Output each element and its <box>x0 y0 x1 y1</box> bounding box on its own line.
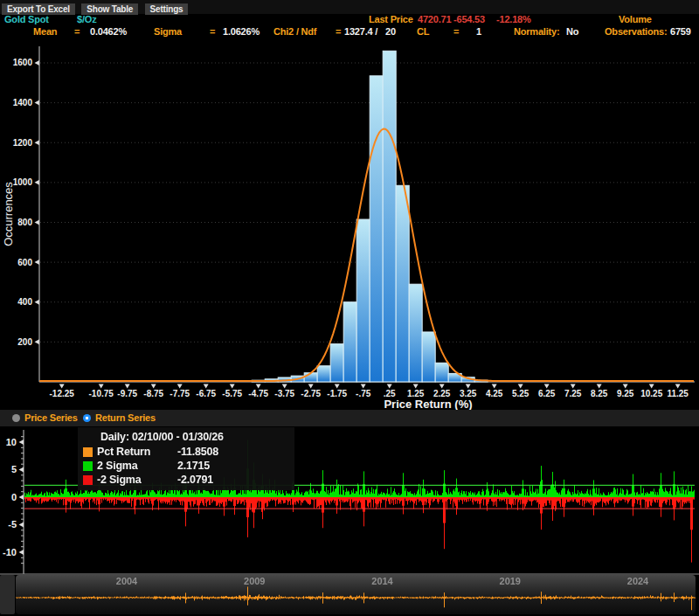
svg-text:Price Return (%): Price Return (%) <box>384 398 472 410</box>
svg-text:800: 800 <box>17 218 32 227</box>
cl-label: CL <box>417 26 429 37</box>
header-row-stats: Mean = 0.0462% Sigma = 1.0626% Chi2 / Nd… <box>0 26 699 38</box>
sigma-label: Sigma <box>154 26 182 37</box>
legend-date-range: Daily: 02/10/00 - 01/30/26 <box>83 430 289 445</box>
two-sigma-swatch-icon <box>83 461 93 471</box>
price-series-label[interactable]: Price Series <box>24 412 78 423</box>
navigator-strip[interactable]: 20042009201420192024 <box>16 575 696 614</box>
svg-text:0: 0 <box>11 492 17 502</box>
svg-text:-10.75: -10.75 <box>89 389 114 398</box>
toolbar: Export To Excel Show Table Settings <box>0 0 699 14</box>
svg-text:-6.75: -6.75 <box>196 389 216 398</box>
cl-equals: = <box>453 26 459 37</box>
ndf-value: 20 <box>385 26 396 37</box>
svg-text:1400: 1400 <box>13 98 33 107</box>
mean-label: Mean <box>33 26 57 37</box>
svg-text:600: 600 <box>17 258 32 267</box>
series-selector-bar: Price Series Return Series <box>0 410 699 426</box>
svg-text:5.25: 5.25 <box>512 389 529 398</box>
svg-text:-10: -10 <box>3 547 17 557</box>
hra-screen: Export To Excel Show Table Settings Gold… <box>0 0 699 616</box>
svg-text:-1.75: -1.75 <box>327 389 347 398</box>
histogram-chart: 2004006008001000120014001600-12.25-10.75… <box>0 39 699 410</box>
svg-text:-5.75: -5.75 <box>222 389 242 398</box>
normality-value: No <box>566 26 578 37</box>
svg-text:1000: 1000 <box>13 177 33 187</box>
svg-text:4.25: 4.25 <box>486 389 503 398</box>
price-series-radio[interactable] <box>12 414 20 422</box>
pct-return-swatch-icon <box>83 447 93 457</box>
svg-text:-8.75: -8.75 <box>143 389 163 398</box>
svg-text:400: 400 <box>17 297 32 307</box>
svg-text:-4.75: -4.75 <box>248 389 268 398</box>
security-name: Gold Spot <box>4 14 49 24</box>
chi2-equals: = <box>336 26 341 37</box>
svg-text:-2.75: -2.75 <box>301 389 321 398</box>
mean-equals: = <box>74 26 80 37</box>
legend-pct-return-row: Pct Return -11.8508 <box>83 445 289 459</box>
svg-text:1600: 1600 <box>13 58 33 67</box>
chart-legend: Daily: 02/10/00 - 01/30/26 Pct Return -1… <box>78 427 294 490</box>
price-change-value: -654.53 <box>453 14 485 24</box>
last-price-value: 4720.71 <box>418 14 451 24</box>
legend-neg2sigma-row: -2 Sigma -2.0791 <box>83 473 289 487</box>
observations-value: 6759 <box>670 26 691 37</box>
price-pct-change-value: -12.18% <box>496 14 531 24</box>
svg-text:-3.75: -3.75 <box>274 389 294 398</box>
svg-text:1200: 1200 <box>13 138 33 148</box>
nav-year-label: 2004 <box>116 576 137 586</box>
nav-year-label: 2009 <box>244 576 265 586</box>
normality-label: Normality: <box>514 26 559 37</box>
last-price-label: Last Price <box>369 14 413 24</box>
svg-text:5: 5 <box>11 464 17 474</box>
svg-text:11.25: 11.25 <box>667 389 689 398</box>
svg-text:-9.75: -9.75 <box>117 389 137 398</box>
two-sigma-value: 2.1715 <box>177 459 210 473</box>
svg-text:6.25: 6.25 <box>538 389 556 398</box>
svg-text:200: 200 <box>17 337 32 347</box>
svg-text:-.75: -.75 <box>356 389 371 398</box>
header-row-security: Gold Spot $/Oz Last Price 4720.71 -654.5… <box>0 14 699 26</box>
svg-text:8.25: 8.25 <box>591 389 608 398</box>
svg-text:9.25: 9.25 <box>617 389 634 398</box>
legend-2sigma-row: 2 Sigma 2.1715 <box>83 459 289 473</box>
nav-year-label: 2014 <box>371 576 392 586</box>
pct-return-label: Pct Return <box>97 445 177 459</box>
return-series-radio[interactable] <box>83 414 91 422</box>
neg-two-sigma-value: -2.0791 <box>177 473 213 487</box>
return-series-label[interactable]: Return Series <box>95 412 156 423</box>
volume-label: Volume <box>619 14 652 24</box>
sigma-equals: = <box>210 26 215 37</box>
cl-value: 1 <box>476 26 481 37</box>
neg-two-sigma-label: -2 Sigma <box>97 473 177 487</box>
svg-text:-7.75: -7.75 <box>170 389 190 398</box>
nav-year-label: 2024 <box>627 576 648 586</box>
observations-label: Observations: <box>605 26 667 37</box>
security-unit: $/Oz <box>77 14 96 24</box>
svg-text:-12.25: -12.25 <box>50 389 75 398</box>
chi2-value: 1327.4 / <box>344 26 377 37</box>
mean-value: 0.0462% <box>90 26 127 37</box>
svg-text:Occurrences: Occurrences <box>2 182 15 246</box>
chi2-ndf-label: Chi2 / Ndf <box>273 26 316 37</box>
svg-text:10.25: 10.25 <box>640 389 662 398</box>
svg-text:7.25: 7.25 <box>564 389 582 398</box>
svg-text:10: 10 <box>6 437 17 447</box>
svg-text:-5: -5 <box>8 519 17 529</box>
sigma-value: 1.0626% <box>223 26 260 37</box>
navigator-left-gutter[interactable] <box>0 575 15 614</box>
neg-two-sigma-swatch-icon <box>83 475 93 485</box>
navigator-overview-line[interactable] <box>16 585 696 613</box>
nav-year-label: 2019 <box>500 576 521 586</box>
pct-return-value: -11.8508 <box>177 445 218 459</box>
two-sigma-label: 2 Sigma <box>97 459 177 473</box>
